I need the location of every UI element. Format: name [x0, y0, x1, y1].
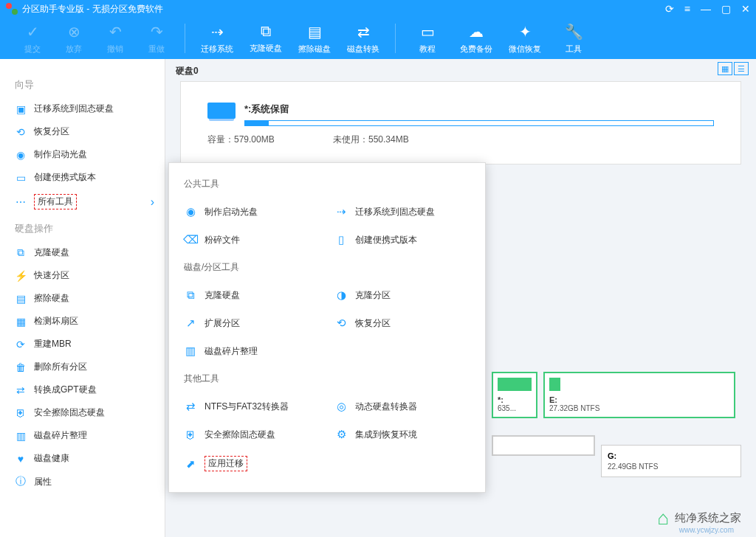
drive-arrow-icon: ⇢: [211, 23, 224, 41]
tool-secure-erase-ssd[interactable]: ⛨安全擦除固态硬盘: [176, 420, 327, 448]
dynamic-icon: ◎: [334, 400, 348, 413]
tool-clone-disk[interactable]: ⧉克隆硬盘: [176, 281, 327, 309]
commit-button[interactable]: ✓提交: [15, 23, 50, 55]
tool-ntfs-fat32[interactable]: ⇄NTFS与FAT32转换器: [176, 392, 327, 420]
menu-icon[interactable]: ≡: [684, 3, 690, 15]
sidebar-item-secure-erase-ssd[interactable]: ⛨安全擦除固态硬盘: [0, 401, 165, 424]
popup-section-common: 公共工具: [169, 173, 485, 195]
sidebar-item-all-tools[interactable]: ⋯所有工具: [0, 189, 165, 215]
brand-icon: ⌂: [657, 507, 669, 530]
disc-icon: ◉: [184, 205, 197, 218]
view-tile-button[interactable]: ▦: [718, 62, 732, 75]
tool-portable[interactable]: ▯创建便携式版本: [327, 226, 478, 254]
all-tools-popup: 公共工具 ◉制作启动光盘 ⇢迁移系统到固态硬盘 ⌫粉碎文件 ▯创建便携式版本 磁…: [168, 162, 486, 493]
minimize-icon[interactable]: —: [701, 3, 711, 15]
sidebar-item-badsector[interactable]: ▦检测坏扇区: [0, 310, 165, 333]
defrag-icon: ▥: [15, 430, 27, 442]
sidebar-item-quick-partition[interactable]: ⚡快速分区: [0, 264, 165, 287]
footer-url: www.ycwjzy.com: [679, 526, 734, 534]
tool-extend-partition[interactable]: ↗扩展分区: [176, 309, 327, 337]
diskops-heading: 硬盘操作: [0, 215, 165, 241]
sidebar-item-migrate-ssd[interactable]: ▣迁移系统到固态硬盘: [0, 97, 165, 120]
window-title: 分区助手专业版 - 无损分区免费软件: [22, 3, 665, 15]
capacity-label: 容量：579.00MB: [207, 134, 333, 146]
undo-icon: ↶: [109, 23, 122, 41]
maximize-icon[interactable]: ▢: [721, 3, 731, 15]
wechat-icon: ✦: [519, 23, 532, 41]
scan-icon: ▦: [15, 316, 27, 328]
migrate-system-button[interactable]: ⇢迁移系统: [196, 23, 238, 55]
tool-dynamic-converter[interactable]: ◎动态硬盘转换器: [327, 392, 478, 420]
refresh-icon[interactable]: ⟳: [665, 3, 674, 15]
disk-block-star[interactable]: *:635...: [492, 372, 537, 418]
ssd-arrow-icon: ⇢: [334, 205, 348, 218]
ssd-icon: ▣: [15, 103, 27, 115]
portable-icon: ▭: [15, 172, 27, 184]
app-logo-icon: [6, 3, 18, 15]
sidebar-item-wipe-disk[interactable]: ▤擦除硬盘: [0, 287, 165, 310]
rebuild-icon: ⟳: [15, 339, 27, 350]
free-backup-button[interactable]: ☁免费备份: [455, 23, 498, 55]
disk-convert-button[interactable]: ⇄磁盘转换: [342, 23, 385, 55]
popup-section-other: 其他工具: [169, 368, 485, 389]
clone-hdd-button[interactable]: ⧉克隆硬盘: [244, 23, 287, 54]
view-list-button[interactable]: ☰: [734, 62, 749, 75]
tool-integrate-recovery[interactable]: ⚙集成到恢复环境: [327, 420, 478, 448]
usb-icon: ▯: [334, 233, 348, 246]
x-circle-icon: ⊗: [68, 23, 80, 41]
drives-icon: ⧉: [261, 23, 271, 40]
partition-info-card[interactable]: *:系统保留 容量：579.00MB 未使用：550.34MB: [180, 81, 741, 164]
unused-label: 未使用：550.34MB: [333, 134, 409, 146]
redo-button[interactable]: ↷重做: [139, 23, 174, 55]
sidebar-item-recover-partition[interactable]: ⟲恢复分区: [0, 120, 165, 143]
wipe-disk-button[interactable]: ▤擦除磁盘: [293, 23, 336, 55]
usage-bar: [244, 120, 714, 126]
dots-icon: ⋯: [15, 196, 27, 208]
wechat-recover-button[interactable]: ✦微信恢复: [504, 23, 546, 55]
tool-defrag[interactable]: ▥磁盘碎片整理: [176, 337, 327, 365]
wizard-heading: 向导: [0, 71, 165, 97]
disk-block-e[interactable]: E:27.32GB NTFS: [543, 372, 735, 418]
disk-block-empty[interactable]: [492, 435, 595, 456]
undo-button[interactable]: ↶撤销: [97, 23, 133, 55]
tutorial-button[interactable]: ▭教程: [406, 23, 449, 55]
bolt-icon: ⚡: [15, 270, 27, 282]
close-icon[interactable]: ✕: [741, 3, 750, 15]
eraser-icon: ▤: [308, 23, 322, 41]
tool-clone-partition[interactable]: ◑克隆分区: [327, 281, 478, 309]
drive-icon: [207, 103, 236, 119]
tool-shred[interactable]: ⌫粉碎文件: [176, 226, 327, 254]
recover-icon: ⟲: [334, 316, 348, 330]
sidebar-item-portable[interactable]: ▭创建便携式版本: [0, 166, 165, 189]
health-icon: ♥: [15, 453, 27, 465]
shield-icon: ⛨: [15, 407, 27, 419]
partition-name: *:系统保留: [244, 103, 714, 116]
sidebar-item-properties[interactable]: ⓘ属性: [0, 470, 165, 493]
trash-icon: 🗑: [15, 361, 27, 373]
convert-icon: ⇄: [357, 23, 370, 41]
disk-title: 硬盘0: [176, 65, 199, 77]
extend-icon: ↗: [184, 316, 197, 330]
sidebar-item-to-gpt[interactable]: ⇄转换成GPT硬盘: [0, 378, 165, 401]
gear-icon: ⚙: [334, 428, 348, 441]
redo-icon: ↷: [151, 23, 163, 41]
check-circle-icon: ✓: [27, 23, 39, 41]
sidebar-item-bootable-disc[interactable]: ◉制作启动光盘: [0, 143, 165, 166]
defrag-icon: ▥: [184, 344, 197, 358]
tool-app-migration[interactable]: ⬈应用迁移: [176, 448, 327, 479]
sidebar-item-delete-all[interactable]: 🗑删除所有分区: [0, 356, 165, 378]
tool-recover-partition[interactable]: ⟲恢复分区: [327, 309, 478, 337]
sidebar-item-rebuild-mbr[interactable]: ⟳重建MBR: [0, 333, 165, 356]
tool-boot-disc[interactable]: ◉制作启动光盘: [176, 198, 327, 226]
convert-icon: ⇄: [184, 400, 197, 413]
sidebar-item-clone-disk[interactable]: ⧉克隆硬盘: [0, 241, 165, 264]
tools-button[interactable]: 🔧工具: [552, 23, 595, 55]
info-icon: ⓘ: [15, 475, 27, 488]
sidebar-item-disk-health[interactable]: ♥磁盘健康: [0, 447, 165, 470]
wrench-icon: 🔧: [565, 23, 583, 41]
disk-block-g[interactable]: G:22.49GB NTFS: [601, 445, 741, 477]
tool-migrate-ssd[interactable]: ⇢迁移系统到固态硬盘: [327, 198, 478, 226]
disc-icon: ◉: [15, 149, 27, 161]
sidebar-item-defrag[interactable]: ▥磁盘碎片整理: [0, 424, 165, 447]
discard-button[interactable]: ⊗放弃: [56, 23, 92, 55]
